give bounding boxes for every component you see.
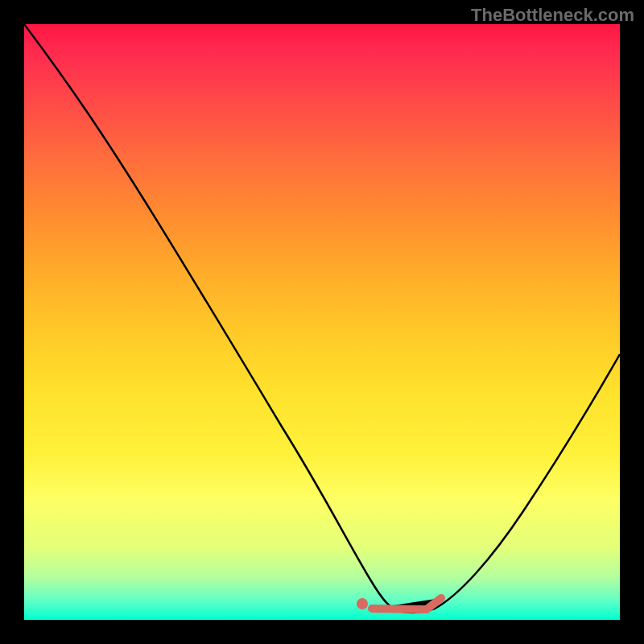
optimal-start-marker bbox=[357, 598, 368, 609]
chart-svg bbox=[24, 24, 620, 620]
optimal-range-marker bbox=[372, 598, 441, 609]
watermark-text: TheBottleneck.com bbox=[471, 5, 634, 26]
bottleneck-curve-path bbox=[24, 24, 620, 613]
chart-area bbox=[24, 24, 620, 620]
